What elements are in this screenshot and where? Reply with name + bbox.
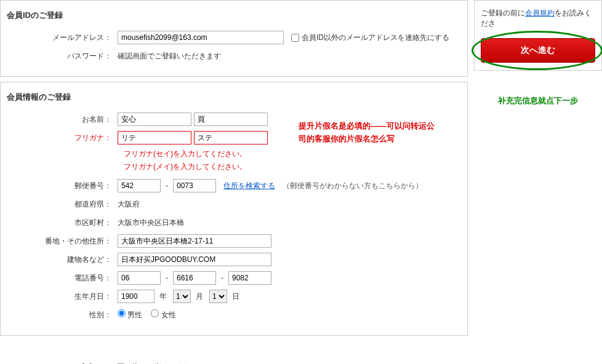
furigana-label: フリガナ： [7, 133, 118, 143]
city-value: 大阪市中央区日本橋 [118, 218, 184, 228]
email-input[interactable] [118, 31, 284, 44]
gender-label: 性別： [7, 310, 118, 320]
postal-label: 郵便番号： [7, 181, 118, 191]
next-button[interactable]: 次へ進む [481, 38, 595, 63]
gender-male-label[interactable]: 男性 [118, 309, 142, 320]
gender-female-radio[interactable] [151, 309, 159, 317]
postal1-input[interactable] [118, 179, 161, 192]
annotation-next-step: 补充完信息就点下一步 [474, 95, 602, 106]
furigana-mei-input[interactable] [194, 131, 268, 144]
postal-hint: （郵便番号がわからない方もこちらから） [283, 181, 423, 191]
address-search-link[interactable]: 住所を検索する [223, 181, 275, 191]
password-label: パスワード： [7, 51, 118, 61]
pref-value: 大阪府 [118, 199, 140, 210]
tel1-input[interactable] [118, 271, 161, 285]
city-label: 市区町村： [7, 218, 118, 228]
member-id-title: 会員IDのご登録 [7, 10, 461, 21]
addr-input[interactable] [118, 234, 271, 248]
birth-day-select[interactable]: 1 [209, 290, 227, 303]
gender-female-label[interactable]: 女性 [151, 309, 175, 320]
right-panel: ご登録の前に会員規約をお読みくださ 次へ進む [474, 0, 602, 71]
alt-email-checkbox-label: 会員ID以外のメールアドレスを連絡先にする [302, 33, 449, 43]
error-furigana-sei: フリガナ(セイ)を入力してください。 [124, 149, 247, 158]
annotation-furigana: 提升片假名是必填的——可以问转运公 司的客服你的片假名怎么写 [299, 120, 452, 146]
addr-label: 番地・その他住所： [7, 236, 118, 247]
tel2-input[interactable] [173, 271, 216, 285]
year-unit: 年 [159, 291, 167, 302]
member-info-title: 会員情報のご登録 [7, 92, 461, 103]
building-label: 建物名など： [7, 255, 118, 265]
name-mei-input[interactable] [194, 113, 268, 126]
month-unit: 月 [196, 291, 203, 302]
birth-label: 生年月日： [7, 291, 118, 302]
tel-label: 電話番号： [7, 273, 118, 283]
email-label: メールアドレス： [7, 33, 118, 43]
furigana-sei-input[interactable] [118, 131, 191, 144]
error-furigana-mei: フリガナ(メイ)を入力してください。 [124, 162, 247, 171]
alt-email-checkbox[interactable] [291, 34, 299, 42]
terms-link[interactable]: 会員規約 [525, 9, 555, 17]
terms-notice: ご登録の前に会員規約をお読みくださ [481, 8, 595, 29]
pref-label: 都道府県： [7, 199, 118, 210]
gender-male-radio[interactable] [118, 309, 126, 317]
password-text: 確認画面でご登録いただきます [118, 51, 221, 61]
postal2-input[interactable] [173, 179, 216, 192]
day-unit: 日 [232, 291, 239, 302]
member-id-panel: 会員IDのご登録 メールアドレス： 会員ID以外のメールアドレスを連絡先にする … [0, 0, 468, 77]
building-input[interactable] [118, 253, 271, 266]
name-sei-input[interactable] [118, 113, 191, 126]
birth-year-input[interactable] [118, 290, 155, 303]
name-label: お名前： [7, 114, 118, 125]
birth-month-select[interactable]: 1 [173, 290, 191, 303]
tel3-input[interactable] [228, 271, 271, 285]
